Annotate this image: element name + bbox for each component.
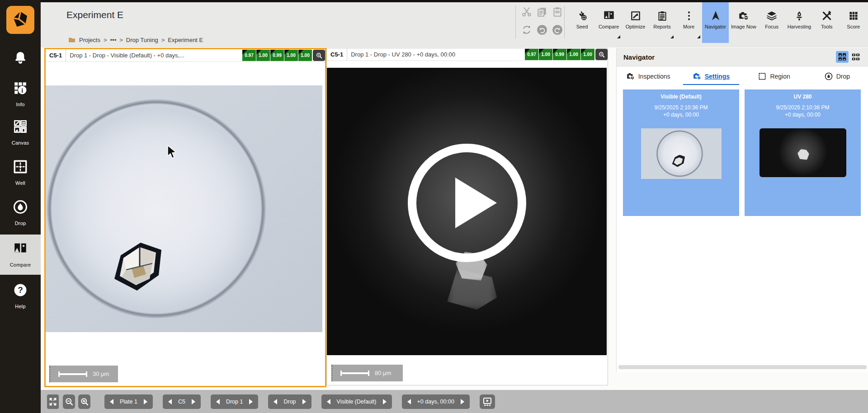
plate-selector[interactable]: Plate 1 [104,394,153,409]
inspection-cards: Visible (Default) 9/25/2025 2:10:36 PM+0… [623,89,861,216]
refresh-icon[interactable] [521,24,533,36]
drop-photo-uv[interactable] [327,68,607,355]
ribbon-button-more[interactable]: More [675,2,702,43]
drop-photo-visible[interactable] [46,85,322,332]
ribbon-button-image-now[interactable]: Image Now [729,2,759,43]
breadcrumb-item[interactable]: Experiment E [168,37,203,43]
score-badge[interactable]: 1.00 [256,50,270,61]
score-badge[interactable]: 1.00 [581,49,594,60]
previous-arrow[interactable] [216,399,220,404]
inspection-card-visible[interactable]: Visible (Default) 9/25/2025 2:10:36 PM+0… [623,89,739,216]
score-badge[interactable]: 1.00 [539,49,552,60]
previous-arrow[interactable] [407,399,411,404]
ribbon-button-tools[interactable]: Tools [813,2,840,43]
next-arrow[interactable] [192,399,195,404]
ribbon-button-seed[interactable]: Seed [569,2,595,43]
breadcrumb-separator: > [119,37,123,43]
navigator-icon [710,10,722,22]
paste-icon[interactable] [552,6,563,18]
breadcrumb[interactable]: Projects>•••>Drop Tuning>Experiment E [68,36,203,43]
ribbon-button-focus[interactable]: Focus [759,2,785,43]
cam-info-icon [693,72,702,81]
ribbon-button-compare[interactable]: Compare [595,2,622,43]
card-timestamp: 9/25/2025 2:10:36 PM+0 days, 00:00 [745,104,861,118]
region-selector[interactable]: Drop [268,394,311,409]
horizontal-scrollbar[interactable] [618,365,867,369]
play-button[interactable] [408,144,526,262]
breadcrumb-item[interactable]: Drop Tuning [126,37,158,43]
inspection-selector[interactable]: +0 days, 00:00 [402,394,470,409]
more-icon [683,10,695,22]
sidebar-item-notifications[interactable] [0,51,41,68]
next-arrow[interactable] [461,399,464,404]
slideshow-button[interactable] [480,394,495,409]
card-thumbnail[interactable] [760,128,846,177]
sidebar-item-compare[interactable]: Compare [0,235,41,275]
tab-drop[interactable]: Drop [806,70,868,83]
magnifier-button[interactable] [595,49,608,60]
score-badge[interactable]: 0.99 [270,50,284,61]
redo-icon[interactable] [552,24,563,36]
score-badge[interactable]: 0.97 [242,50,256,61]
score-badge[interactable]: 0.97 [525,49,538,60]
toggle-thumbnail-view[interactable] [836,51,849,63]
next-arrow[interactable] [302,399,306,404]
previous-arrow[interactable] [168,399,172,404]
tab-settings[interactable]: Settings [679,70,742,83]
copy-icon[interactable] [536,6,548,18]
tab-label: Inspections [638,73,670,80]
imaging-selector[interactable]: Visible (Default) [321,394,392,409]
score-badge[interactable]: 1.00 [567,49,580,60]
breadcrumb-item[interactable]: ••• [110,37,117,43]
cut-icon[interactable] [521,6,533,18]
divider [564,6,565,38]
sidebar-item-canvas[interactable]: Canvas [0,119,41,145]
next-arrow[interactable] [249,399,253,404]
sidebar-item-drop[interactable]: Drop [0,199,41,226]
next-arrow[interactable] [383,399,387,404]
score-badge[interactable]: 1.00 [298,50,312,61]
drop-number-selector[interactable]: Drop 1 [211,394,259,409]
fit-view-button[interactable] [47,394,59,409]
tab-region[interactable]: Region [743,70,806,83]
tab-inspections[interactable]: Inspections [617,70,679,83]
zoom-in-button[interactable] [78,394,90,409]
card-thumbnail[interactable] [641,128,722,179]
breadcrumb-separator: > [104,37,107,43]
sidebar-item-help[interactable]: ?Help [0,282,41,309]
sidebar-item-well[interactable]: Well [0,159,41,186]
previous-arrow[interactable] [327,399,330,404]
ribbon-button-reports[interactable]: Reports [649,2,675,43]
ribbon-button-harvesting[interactable]: Harvesting [785,2,814,43]
crystal-logo-icon [11,11,29,29]
undo-icon[interactable] [536,24,548,36]
score-badge[interactable]: 0.99 [553,49,566,60]
next-arrow[interactable] [144,399,147,404]
edit-icon-group [521,6,563,18]
window-top-edge [0,0,868,2]
ribbon-button-optimize[interactable]: Optimize [622,2,649,43]
zoom-out-button[interactable] [63,394,75,409]
toggle-camera-view[interactable] [849,51,862,63]
magnifier-button[interactable] [313,50,325,61]
inspection-card-uv[interactable]: UV 280 9/25/2025 2:10:36 PM+0 days, 00:0… [745,89,861,216]
ribbon-button-score[interactable]: Score [840,2,867,43]
app-logo[interactable] [6,6,34,34]
ribbon-button-navigator[interactable]: Navigator [702,2,729,43]
ribbon-button-label: Optimize [626,24,645,29]
image-panel-visible[interactable]: C5-1 Drop 1 - Drop - Visible (Default) -… [44,48,326,387]
sidebar-item-info[interactable]: iInfo [0,80,41,107]
ribbon-button-label: Tools [821,24,833,29]
zoom-out-icon [64,397,74,407]
cam-clock-icon [626,72,635,81]
score-badge[interactable]: 1.00 [284,50,298,61]
slideshow-icon [482,396,493,407]
well-selector[interactable]: C5 [163,394,201,409]
page-title: Experiment E [66,9,123,20]
previous-arrow[interactable] [274,399,277,404]
sidebar-item-label: Canvas [0,140,41,145]
tools-icon [821,10,833,22]
previous-arrow[interactable] [110,399,113,404]
image-panel-uv[interactable]: C5-1 Drop 1 - Drop - UV 280 - +0 days, 0… [326,48,608,385]
breadcrumb-item[interactable]: Projects [79,37,100,43]
